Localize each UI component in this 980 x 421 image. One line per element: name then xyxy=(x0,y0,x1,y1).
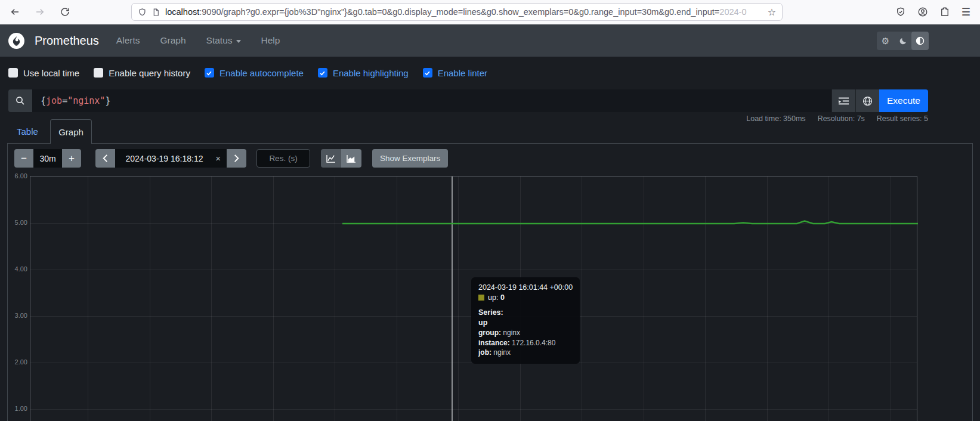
tooltip-series-heading: Series: xyxy=(478,308,573,318)
time-forward-button[interactable] xyxy=(227,149,246,168)
enable-highlighting-option[interactable]: Enable highlighting xyxy=(318,68,409,78)
nav-item-status[interactable]: Status xyxy=(206,35,241,46)
page-icon xyxy=(152,8,160,17)
tooltip-timestamp: 2024-03-19 16:01:44 +00:00 xyxy=(478,283,573,293)
auto-theme-button[interactable] xyxy=(911,32,929,50)
resolution-input[interactable]: Res. (s) xyxy=(256,149,310,168)
browser-toolbar: localhost:9090/graph?g0.expr={job%3D"ngi… xyxy=(0,0,980,24)
execute-button[interactable]: Execute xyxy=(879,89,928,112)
prometheus-navbar: Prometheus Alerts Graph Status Help ⚙ xyxy=(0,24,980,57)
nav-item-alerts[interactable]: Alerts xyxy=(116,35,140,46)
result-series: Result series: 5 xyxy=(877,114,928,123)
stacked-chart-icon xyxy=(347,154,356,163)
chevron-left-icon xyxy=(102,154,109,162)
tab-table[interactable]: Table xyxy=(17,126,38,137)
range-input[interactable]: 30m xyxy=(33,149,62,168)
globe-icon xyxy=(862,96,873,106)
tooltip-value-row: up: 0 xyxy=(478,293,573,303)
nav-item-help[interactable]: Help xyxy=(261,35,280,46)
brand-title[interactable]: Prometheus xyxy=(35,34,99,48)
metrics-explorer-button[interactable] xyxy=(831,89,855,112)
chevron-right-icon xyxy=(233,154,240,162)
search-icon xyxy=(16,96,25,106)
privacy-shield-icon[interactable] xyxy=(895,7,906,17)
enable-query-history-option[interactable]: Enable query history xyxy=(94,68,190,78)
time-control-group: 2024-03-19 16:18:12 × xyxy=(95,149,246,168)
reload-icon[interactable] xyxy=(60,7,70,17)
checkbox[interactable] xyxy=(8,68,18,78)
range-increase-button[interactable]: + xyxy=(62,149,81,168)
extensions-icon[interactable] xyxy=(939,7,950,17)
check-icon xyxy=(319,70,326,76)
check-icon xyxy=(206,70,212,76)
theme-toggle-group: ⚙ xyxy=(877,32,929,50)
dark-theme-button[interactable] xyxy=(894,32,911,50)
account-icon[interactable] xyxy=(917,7,928,17)
gear-sun-icon: ⚙ xyxy=(882,36,889,47)
display-mode-group xyxy=(321,149,361,168)
expression-input[interactable]: {job="nginx"} xyxy=(32,89,831,112)
y-tick: 3.00 xyxy=(6,312,27,319)
use-local-time-option[interactable]: Use local time xyxy=(8,68,79,78)
stacked-mode-button[interactable] xyxy=(341,149,361,168)
y-tick: 4.00 xyxy=(6,265,27,273)
bookmark-star-icon[interactable]: ☆ xyxy=(768,7,776,18)
checkbox[interactable] xyxy=(205,68,214,78)
checkbox[interactable] xyxy=(94,68,103,78)
range-control-group: − 30m + xyxy=(14,149,81,168)
tooltip-label-row: job: nginx xyxy=(478,348,573,358)
time-back-button[interactable] xyxy=(95,149,115,168)
datetime-input[interactable]: 2024-03-19 16:18:12 × xyxy=(115,149,227,168)
address-bar[interactable]: localhost:9090/graph?g0.expr={job%3D"ngi… xyxy=(131,3,783,21)
tab-graph[interactable]: Graph xyxy=(50,119,92,144)
tooltip-metric-name: up xyxy=(478,318,573,328)
clear-time-icon[interactable]: × xyxy=(215,153,221,163)
line-mode-button[interactable] xyxy=(321,149,341,168)
explain-globe-button[interactable] xyxy=(855,89,879,112)
load-time: Load time: 350ms xyxy=(746,114,805,123)
series-line xyxy=(342,221,918,224)
graph-tooltip: 2024-03-19 16:01:44 +00:00 up: 0 Series:… xyxy=(471,277,580,364)
line-chart-icon xyxy=(326,154,336,163)
y-tick: 5.00 xyxy=(6,219,27,226)
tooltip-label-row: instance: 172.16.0.4:80 xyxy=(478,338,573,348)
range-decrease-button[interactable]: − xyxy=(14,149,33,168)
light-theme-button[interactable]: ⚙ xyxy=(877,32,894,50)
enable-linter-option[interactable]: Enable linter xyxy=(423,68,487,78)
shield-icon[interactable] xyxy=(138,7,147,17)
query-bar: {job="nginx"} Execute xyxy=(8,89,928,112)
metrics-explorer-icon xyxy=(839,97,849,106)
back-icon[interactable] xyxy=(10,7,20,17)
chevron-down-icon xyxy=(236,40,241,43)
y-tick: 2.00 xyxy=(6,358,27,366)
half-circle-icon xyxy=(916,36,925,45)
moon-icon xyxy=(899,37,907,45)
y-tick: 1.00 xyxy=(6,405,27,412)
forward-icon[interactable] xyxy=(35,7,45,17)
nav-item-graph[interactable]: Graph xyxy=(160,35,186,46)
search-addon xyxy=(8,89,32,112)
prometheus-logo-icon[interactable] xyxy=(8,33,24,49)
menu-icon[interactable]: ☰ xyxy=(962,7,970,17)
resolution: Resolution: 7s xyxy=(818,114,865,123)
checkbox[interactable] xyxy=(423,68,432,78)
check-icon xyxy=(424,70,431,76)
show-exemplars-button[interactable]: Show Exemplars xyxy=(372,149,448,168)
y-tick: 6.00 xyxy=(6,172,27,179)
series-color-swatch xyxy=(478,295,484,301)
checkbox[interactable] xyxy=(318,68,327,78)
tooltip-label-row: group: nginx xyxy=(478,328,573,338)
enable-autocomplete-option[interactable]: Enable autocomplete xyxy=(205,68,304,78)
url-text[interactable]: localhost:9090/graph?g0.expr={job%3D"ngi… xyxy=(165,7,762,17)
query-stats: Load time: 350ms Resolution: 7s Result s… xyxy=(746,114,928,123)
query-options-row: Use local time Enable query history Enab… xyxy=(8,57,487,88)
